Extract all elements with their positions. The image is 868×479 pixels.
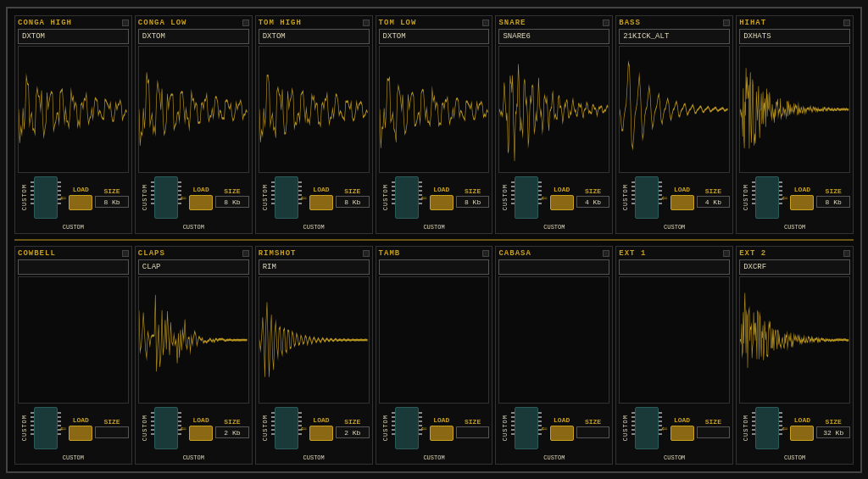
- ext1-bottom-label: CUSTOM: [619, 454, 730, 461]
- tom-low-custom-label: CUSTOM: [382, 184, 389, 210]
- tom-low-load-label: LOAD: [433, 186, 449, 193]
- cabasa-led: [603, 250, 609, 257]
- tom-low-load-arrow: ⇐: [421, 192, 427, 204]
- snare-size-label: SIZE: [585, 187, 601, 195]
- tom-high-load-label: LOAD: [313, 186, 329, 193]
- chip-module: [635, 407, 659, 449]
- tamb-load-label: LOAD: [433, 416, 449, 424]
- ext2-load-section: LOAD: [790, 416, 814, 441]
- claps-controls: CUSTOM⇐LOADSIZE2 Kb: [138, 405, 249, 452]
- rimshot-header: RIMSHOT: [259, 249, 370, 258]
- cabasa-name: CABASA: [498, 249, 531, 258]
- ext1-sample-name: [619, 259, 730, 275]
- hihat-load-button[interactable]: [790, 195, 814, 210]
- hihat-waveform: [739, 46, 850, 173]
- rimshot-load-button[interactable]: [309, 426, 333, 441]
- row-1: COWBELLCUSTOM⇐LOADSIZECUSTOMCLAPSCLAPCUS…: [14, 246, 854, 465]
- ext1-load-button[interactable]: [670, 426, 694, 441]
- chip-module: [755, 407, 779, 449]
- snare-name: SNARE: [498, 19, 526, 27]
- tom-high-header: TOM HIGH: [259, 19, 370, 27]
- ext2-size-label: SIZE: [826, 418, 842, 426]
- claps-load-button[interactable]: [189, 426, 213, 441]
- tom-high-led: [363, 19, 370, 26]
- tamb-controls: CUSTOM⇐LOADSIZE: [379, 405, 490, 452]
- tom-high-controls: CUSTOM⇐LOADSIZE8 Kb: [259, 175, 370, 221]
- hihat-bottom-label: CUSTOM: [739, 224, 850, 231]
- cabasa-load-button[interactable]: [550, 426, 574, 441]
- cowbell-controls: CUSTOM⇐LOADSIZE: [18, 405, 129, 452]
- conga-high-load-arrow: ⇐: [60, 192, 66, 204]
- instrument-tom-low: TOM LOWDXTOMCUSTOM⇐LOADSIZE8 KbCUSTOM: [376, 15, 493, 234]
- tom-low-load-button[interactable]: [430, 195, 453, 210]
- conga-high-controls: CUSTOM⇐LOADSIZE8 Kb: [18, 175, 129, 221]
- bass-size-value: 4 Kb: [697, 196, 731, 208]
- cabasa-bottom-label: CUSTOM: [498, 454, 609, 461]
- conga-low-load-button[interactable]: [189, 195, 213, 210]
- tom-high-load-arrow: ⇐: [301, 192, 307, 204]
- rimshot-controls: CUSTOM⇐LOADSIZE2 Kb: [259, 405, 370, 452]
- tom-high-load-section: LOAD: [309, 186, 333, 210]
- ext1-controls: CUSTOM⇐LOADSIZE: [619, 405, 730, 452]
- conga-low-name: CONGA LOW: [138, 19, 187, 27]
- rimshot-load-label: LOAD: [313, 416, 329, 424]
- tom-high-load-button[interactable]: [309, 195, 333, 210]
- tamb-led: [482, 250, 489, 257]
- ext2-name: EXT 2: [739, 249, 766, 258]
- cabasa-size-value: [576, 426, 610, 438]
- rimshot-name: RIMSHOT: [259, 249, 297, 258]
- bass-load-section: LOAD: [670, 186, 694, 210]
- rimshot-led: [363, 250, 370, 257]
- instrument-ext2: EXT 2DXCRFCUSTOM⇐LOADSIZE32 KbCUSTOM: [736, 246, 854, 465]
- snare-load-button[interactable]: [550, 195, 574, 210]
- ext1-size-value: [697, 426, 731, 438]
- tom-low-size-label: SIZE: [465, 187, 481, 195]
- snare-header: SNARE: [498, 19, 609, 27]
- conga-low-size-value: 8 Kb: [215, 196, 249, 208]
- bass-custom-label: CUSTOM: [622, 184, 629, 210]
- cowbell-load-section: LOAD: [69, 416, 92, 441]
- claps-led: [242, 250, 249, 257]
- snare-size-value: 4 Kb: [576, 196, 610, 208]
- claps-size-value: 2 Kb: [215, 426, 249, 438]
- conga-high-waveform: [18, 46, 129, 173]
- cowbell-sample-name: [18, 259, 129, 275]
- cowbell-name: COWBELL: [18, 249, 56, 258]
- bass-load-label: LOAD: [674, 186, 690, 193]
- tamb-load-button[interactable]: [430, 426, 453, 441]
- ext2-header: EXT 2: [739, 249, 850, 258]
- bass-load-button[interactable]: [670, 195, 694, 210]
- rimshot-bottom-label: CUSTOM: [259, 454, 370, 461]
- conga-high-sample-name: DXTOM: [18, 29, 129, 44]
- conga-high-load-button[interactable]: [69, 195, 92, 210]
- tamb-bottom-label: CUSTOM: [379, 454, 490, 461]
- rimshot-load-section: LOAD: [309, 416, 333, 441]
- ext2-load-button[interactable]: [790, 426, 814, 441]
- ext1-size-section: SIZE: [697, 418, 731, 438]
- hihat-controls: CUSTOM⇐LOADSIZE8 Kb: [739, 175, 850, 221]
- cabasa-waveform: [498, 276, 609, 404]
- conga-high-custom-label: CUSTOM: [21, 184, 28, 210]
- conga-low-led: [242, 19, 249, 26]
- tom-low-header: TOM LOW: [379, 19, 490, 27]
- instrument-tom-high: TOM HIGHDXTOMCUSTOM⇐LOADSIZE8 KbCUSTOM: [255, 15, 373, 234]
- tom-low-name: TOM LOW: [379, 19, 417, 27]
- ext1-load-label: LOAD: [674, 416, 690, 424]
- ext1-header: EXT 1: [619, 249, 730, 258]
- snare-size-section: SIZE4 Kb: [576, 187, 610, 208]
- instrument-snare: SNARESNARE6CUSTOM⇐LOADSIZE4 KbCUSTOM: [495, 15, 613, 234]
- ext1-load-arrow: ⇐: [661, 422, 667, 435]
- ext2-sample-name: DXCRF: [739, 259, 850, 275]
- cowbell-load-button[interactable]: [69, 426, 92, 441]
- ext2-waveform: [739, 276, 850, 404]
- hihat-size-section: SIZE8 Kb: [816, 187, 850, 208]
- cowbell-custom-label: CUSTOM: [21, 415, 28, 441]
- tom-low-sample-name: DXTOM: [379, 29, 490, 44]
- conga-high-load-section: LOAD: [69, 186, 92, 210]
- cabasa-load-arrow: ⇐: [541, 422, 547, 435]
- row-divider: [14, 239, 854, 241]
- instrument-ext1: EXT 1CUSTOM⇐LOADSIZECUSTOM: [615, 246, 733, 465]
- cowbell-size-section: SIZE: [95, 418, 129, 438]
- snare-load-section: LOAD: [550, 186, 574, 210]
- snare-bottom-label: CUSTOM: [498, 224, 609, 231]
